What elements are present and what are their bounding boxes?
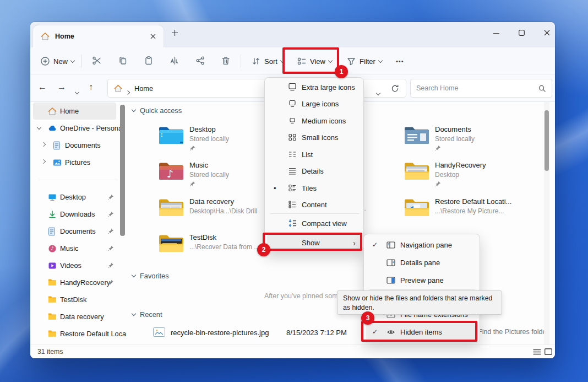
annotation-step-3: 3 xyxy=(361,311,374,325)
chevron-down-icon xyxy=(70,58,75,62)
menu-item-small-icons[interactable]: Small icons xyxy=(267,129,362,146)
submenu-item-navigation-pane[interactable]: ✓ Navigation pane xyxy=(366,236,478,253)
more-icon: ••• xyxy=(396,58,404,64)
rename-button[interactable] xyxy=(170,56,179,66)
filter-button[interactable]: Filter xyxy=(344,54,384,68)
sidebar-item-desktop[interactable]: Desktop xyxy=(33,189,116,206)
sidebar-item-testdisk[interactable]: TestDisk xyxy=(33,291,116,308)
tab-home[interactable]: Home xyxy=(33,25,164,47)
submenu-item-preview-pane[interactable]: Preview pane xyxy=(366,272,478,288)
sort-button[interactable]: Sort xyxy=(249,54,286,68)
content-icon xyxy=(287,200,297,209)
address-dropdown-icon[interactable] xyxy=(377,87,380,97)
delete-button[interactable] xyxy=(221,56,231,66)
new-tab-button[interactable] xyxy=(171,29,178,36)
list-icon xyxy=(287,149,297,159)
medium-icons-icon xyxy=(287,116,297,126)
navigation-pane: Home OneDrive - Personal Documents Pictu… xyxy=(30,102,128,345)
history-chevron-icon[interactable] xyxy=(75,86,79,96)
sidebar-item-onedrive[interactable]: OneDrive - Personal xyxy=(33,120,116,137)
content-scrollbar-thumb[interactable] xyxy=(545,110,549,171)
pictures-icon xyxy=(53,158,62,167)
refresh-icon[interactable] xyxy=(391,84,399,93)
section-header-label: Favorites xyxy=(140,272,169,280)
forward-icon[interactable]: → xyxy=(57,82,66,92)
folder-icon xyxy=(48,278,57,287)
tab-close-icon[interactable] xyxy=(150,34,156,39)
menu-item-large-icons[interactable]: Large icons xyxy=(267,95,362,112)
maximize-button[interactable] xyxy=(519,30,525,36)
sidebar-item-downloads[interactable]: Downloads xyxy=(33,206,116,223)
menu-item-content[interactable]: Content xyxy=(267,196,362,213)
section-quick-access[interactable]: Quick access xyxy=(132,106,182,115)
breadcrumb[interactable]: Home xyxy=(134,84,153,93)
tile-restore-default[interactable]: Restore Default Locati... ...\Restore My… xyxy=(404,196,555,229)
see-more-button[interactable]: ••• xyxy=(394,54,406,68)
document-icon xyxy=(48,227,57,236)
search-icon[interactable] xyxy=(538,84,546,93)
details-icon xyxy=(287,166,297,176)
svg-text:♪: ♪ xyxy=(51,245,54,251)
paste-button[interactable] xyxy=(144,56,154,66)
details-view-toggle-icon[interactable] xyxy=(533,349,541,355)
submenu-item-details-pane[interactable]: Details pane xyxy=(366,254,478,271)
desktop-icon xyxy=(48,193,57,202)
sidebar-item-videos[interactable]: Videos xyxy=(33,257,116,274)
section-favorites[interactable]: Favorites xyxy=(132,272,169,280)
menu-item-list[interactable]: List xyxy=(267,146,362,163)
sidebar-scrollbar[interactable] xyxy=(120,105,125,236)
new-button[interactable]: New xyxy=(38,54,77,68)
chevron-down-icon[interactable] xyxy=(37,125,41,130)
document-icon xyxy=(53,141,62,150)
share-button[interactable] xyxy=(195,56,205,66)
sidebar-item-documents-pinned[interactable]: Documents xyxy=(33,223,116,240)
chevron-down-icon xyxy=(132,107,136,112)
checkmark-icon: ✓ xyxy=(372,241,378,249)
menu-item-compact-view[interactable]: Compact view xyxy=(267,215,362,232)
folder-icon xyxy=(48,330,57,338)
tile-documents[interactable]: Documents Stored locally xyxy=(404,124,555,157)
copy-button[interactable] xyxy=(118,56,128,66)
file-explorer-window: Home New xyxy=(30,22,555,358)
menu-item-tiles[interactable]: • Tiles xyxy=(267,180,362,196)
section-recent[interactable]: Recent xyxy=(132,310,162,319)
music-folder-icon: ♪ xyxy=(158,160,184,182)
sidebar-item-restore-default[interactable]: Restore Default Loca xyxy=(33,325,116,342)
menu-separator xyxy=(270,213,359,214)
thumbnail-view-toggle-icon[interactable] xyxy=(545,348,552,355)
toolbar-divider xyxy=(81,55,82,68)
close-button[interactable] xyxy=(544,30,550,36)
pin-icon xyxy=(108,262,114,268)
filter-icon xyxy=(346,56,356,66)
search-input[interactable] xyxy=(416,80,532,96)
breadcrumb-separator-icon xyxy=(126,87,129,96)
home-icon xyxy=(41,32,50,41)
minimize-button[interactable] xyxy=(493,33,499,34)
menu-item-extra-large-icons[interactable]: Extra large icons xyxy=(267,79,362,95)
favorites-hint-text: After you've pinned some xyxy=(264,292,342,300)
toolbar-divider xyxy=(241,55,241,68)
sidebar-item-handyrecovery[interactable]: HandyRecovery xyxy=(33,274,116,291)
sidebar-item-documents[interactable]: Documents xyxy=(33,137,116,154)
up-icon[interactable]: ↑ xyxy=(89,82,93,92)
menu-item-medium-icons[interactable]: Medium icons xyxy=(267,112,362,129)
sidebar-item-home[interactable]: Home xyxy=(33,103,116,120)
plus-circle-icon xyxy=(40,56,50,66)
menu-item-details[interactable]: Details xyxy=(267,163,362,179)
chevron-right-icon[interactable] xyxy=(41,142,46,147)
view-dropdown-menu: Extra large icons Large icons Medium ico… xyxy=(264,77,364,251)
tile-handyrecovery[interactable]: HandyRecovery Desktop xyxy=(404,160,555,193)
annotation-box-hidden-items xyxy=(361,321,477,342)
pin-icon xyxy=(108,279,114,286)
search-box[interactable] xyxy=(410,79,552,98)
chevron-right-icon[interactable] xyxy=(41,159,46,164)
videos-icon xyxy=(48,261,57,270)
sidebar-item-music[interactable]: ♪ Music xyxy=(33,240,116,257)
sidebar-divider xyxy=(38,180,117,180)
sidebar-item-data-recovery[interactable]: Data recovery xyxy=(33,308,116,325)
cut-button[interactable] xyxy=(92,56,102,66)
sidebar-item-pictures[interactable]: Pictures xyxy=(33,154,116,171)
back-icon[interactable]: ← xyxy=(38,82,47,92)
annotation-box-show-item xyxy=(263,233,362,251)
sort-icon xyxy=(251,56,261,66)
